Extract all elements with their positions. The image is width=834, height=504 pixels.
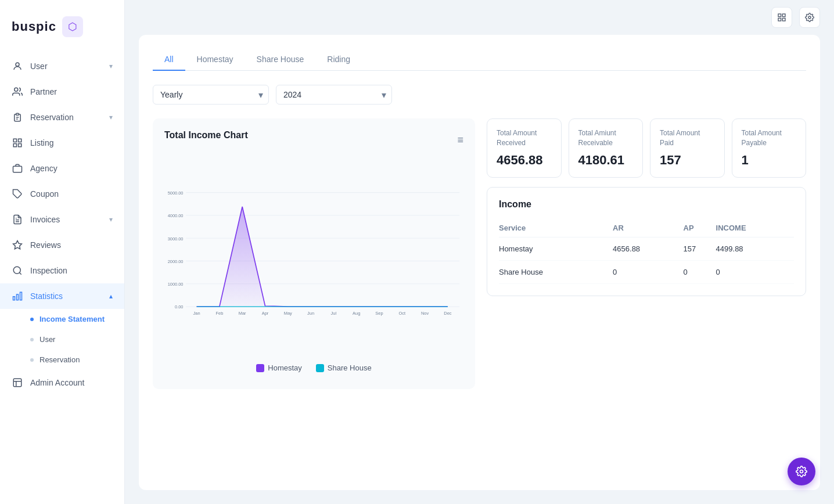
cell-income-1: 0	[716, 260, 794, 283]
topbar	[125, 0, 834, 35]
period-filter[interactable]: Yearly Monthly Weekly Daily	[153, 85, 269, 105]
user-icon	[12, 60, 23, 72]
period-select[interactable]: Yearly Monthly Weekly Daily	[153, 85, 269, 105]
subnav-income-statement[interactable]: Income Statement	[0, 309, 124, 329]
cell-service-0: Homestay	[499, 237, 613, 260]
fab-button[interactable]	[788, 458, 815, 485]
settings-button[interactable]	[799, 7, 820, 28]
svg-rect-9	[13, 166, 22, 172]
year-select[interactable]: 2024 2023 2022 2021	[276, 85, 392, 105]
dot-icon	[30, 318, 34, 321]
grid-button[interactable]	[771, 7, 792, 28]
col-header-ap: AP	[684, 219, 716, 237]
col-header-service: Service	[499, 219, 613, 237]
sidebar-item-reservation-label: Reservation	[30, 113, 74, 122]
stat-card-receivable: Total Amiunt Receivable 4180.61	[569, 118, 644, 178]
stat-card-received: Total Amount Received 4656.88	[487, 118, 562, 178]
svg-text:4000.00: 4000.00	[168, 213, 184, 218]
legend-share-house: Share House	[316, 363, 372, 372]
chart-svg: 5000.00 4000.00 3000.00 2000.00 1000.00 …	[164, 157, 463, 354]
stat-card-paid: Total Amount Paid 157	[650, 118, 725, 178]
sidebar: buspic ⬡ User ▾ Partner Reservation ▾	[0, 0, 125, 504]
sidebar-item-partner-label: Partner	[30, 87, 57, 96]
stat-value-receivable: 4180.61	[578, 153, 634, 168]
chevron-icon: ▾	[109, 113, 113, 121]
sidebar-item-reviews-label: Reviews	[30, 240, 61, 250]
tab-all[interactable]: All	[153, 49, 185, 71]
legend-dot-homestay	[256, 364, 264, 372]
sidebar-item-agency-label: Agency	[30, 164, 57, 173]
chart-menu-icon[interactable]: ≡	[457, 134, 463, 146]
admin-icon	[12, 377, 23, 388]
svg-rect-16	[20, 292, 22, 300]
agency-icon	[12, 163, 23, 174]
chart-title: Total Income Chart	[164, 130, 248, 141]
sidebar-item-listing[interactable]: Listing	[0, 130, 124, 156]
col-header-income: INCOME	[716, 219, 794, 237]
svg-text:Feb: Feb	[215, 311, 223, 316]
tab-share-house[interactable]: Share House	[245, 49, 316, 71]
svg-text:5000.00: 5000.00	[168, 190, 184, 196]
sidebar-item-inspection-label: Inspection	[30, 266, 67, 275]
svg-text:Nov: Nov	[421, 311, 429, 316]
stats-cards: Total Amount Received 4656.88 Total Amiu…	[487, 118, 806, 178]
sidebar-item-reviews[interactable]: Reviews	[0, 232, 124, 258]
svg-line-15	[19, 272, 21, 274]
svg-text:Apr: Apr	[262, 311, 269, 316]
sidebar-item-user[interactable]: User ▾	[0, 53, 124, 79]
stat-label-received: Total Amount Received	[497, 128, 552, 148]
sidebar-item-invoices[interactable]: Invoices ▾	[0, 207, 124, 232]
inspection-icon	[12, 265, 23, 276]
subnav-user[interactable]: User	[0, 329, 124, 350]
svg-text:3000.00: 3000.00	[168, 236, 184, 242]
partner-icon	[12, 86, 23, 98]
chart-legend: Homestay Share House	[164, 363, 463, 372]
statistics-subnav: Income Statement User Reservation	[0, 309, 124, 370]
svg-text:Aug: Aug	[353, 311, 360, 316]
income-table: Service AR AP INCOME Homestay 4656.88	[499, 219, 794, 284]
svg-rect-22	[778, 14, 781, 17]
sidebar-item-admin[interactable]: Admin Account	[0, 370, 124, 395]
svg-text:Oct: Oct	[399, 311, 407, 316]
logo-icon: ⬡	[62, 16, 83, 37]
tab-riding[interactable]: Riding	[315, 49, 362, 71]
stat-value-received: 4656.88	[497, 153, 552, 168]
svg-point-0	[16, 63, 19, 66]
sidebar-item-partner[interactable]: Partner	[0, 79, 124, 105]
svg-text:Jan: Jan	[193, 311, 200, 316]
sidebar-item-statistics[interactable]: Statistics ▴	[0, 283, 124, 309]
subnav-income-label: Income Statement	[39, 315, 105, 323]
sidebar-item-agency[interactable]: Agency	[0, 156, 124, 181]
sidebar-nav: User ▾ Partner Reservation ▾ Listing	[0, 49, 124, 504]
cell-ap-1: 0	[684, 260, 716, 283]
sidebar-item-user-label: User	[30, 62, 48, 71]
legend-label-homestay: Homestay	[268, 363, 302, 372]
subnav-reservation[interactable]: Reservation	[0, 350, 124, 370]
stat-value-paid: 157	[660, 153, 715, 168]
col-header-ar: AR	[613, 219, 683, 237]
invoices-icon	[12, 214, 23, 225]
tab-homestay[interactable]: Homestay	[185, 49, 245, 71]
sidebar-item-inspection[interactable]: Inspection	[0, 258, 124, 283]
sidebar-item-statistics-label: Statistics	[30, 291, 63, 301]
sidebar-item-reservation[interactable]: Reservation ▾	[0, 105, 124, 130]
year-filter[interactable]: 2024 2023 2022 2021	[276, 85, 392, 105]
sidebar-item-admin-label: Admin Account	[30, 378, 84, 387]
cell-ap-0: 157	[684, 237, 716, 260]
stat-card-payable: Total Amount Payable 1	[732, 118, 807, 178]
svg-rect-7	[13, 144, 16, 147]
listing-icon	[12, 137, 23, 149]
subnav-user-label: User	[39, 335, 55, 344]
svg-rect-25	[782, 18, 785, 21]
table-row: Homestay 4656.88 157 4499.88	[499, 237, 794, 260]
sidebar-item-coupon[interactable]: Coupon	[0, 181, 124, 207]
svg-rect-6	[19, 139, 21, 142]
svg-point-14	[13, 267, 20, 273]
svg-rect-23	[782, 14, 785, 17]
svg-rect-5	[13, 139, 16, 142]
dot-icon	[30, 358, 34, 362]
dashboard-grid: Total Income Chart ≡ 5000.00 4000.00 300…	[153, 118, 806, 389]
table-row: Share House 0 0 0	[499, 260, 794, 283]
coupon-icon	[12, 188, 23, 200]
chart-area-homestay	[186, 207, 459, 307]
